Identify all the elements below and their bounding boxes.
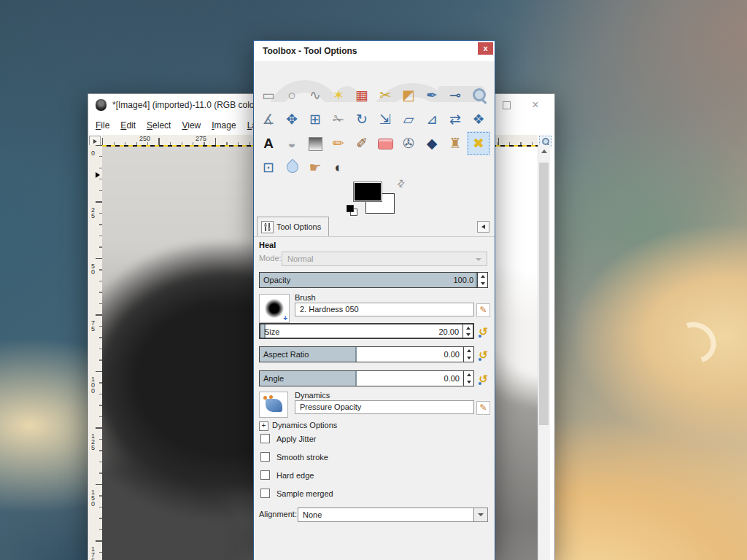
rotate-tool[interactable]: ↻ [350, 107, 374, 131]
perspective-clone-tool[interactable]: ⊡ [257, 155, 280, 179]
option-row-sample-merged: Sample merged [260, 489, 333, 498]
toolbox-close-button[interactable]: x [478, 42, 493, 55]
wilber-icon [96, 99, 107, 111]
dynamics-preview-button[interactable] [259, 392, 288, 418]
brush-label: Brush [295, 293, 316, 302]
v-ruler-label: 150 [91, 489, 97, 507]
checkbox-apply-jitter[interactable] [260, 434, 270, 443]
text-tool[interactable]: A [257, 131, 280, 155]
rectangle-select-tool[interactable]: ▭ [257, 83, 280, 107]
eraser-tool[interactable] [374, 131, 397, 155]
bucket-fill-tool[interactable]: ◒ [280, 131, 303, 155]
perspective-tool[interactable]: ⊿ [420, 107, 444, 131]
wallpaper-swirl [666, 315, 723, 370]
scrollbar-thumb[interactable] [539, 163, 549, 425]
angle-slider[interactable]: Angle 0.00 [259, 370, 474, 386]
chevron-down-icon [476, 258, 481, 261]
alignment-dropdown[interactable]: None [298, 508, 488, 522]
foreground-color-swatch[interactable] [353, 182, 382, 202]
menu-image[interactable]: Image [212, 116, 236, 135]
vertical-ruler[interactable]: 0255075100125150175 [89, 145, 102, 560]
brush-thumbnail [265, 299, 284, 318]
clone-tool[interactable]: ♜ [444, 131, 467, 155]
measure-tool[interactable]: ∡ [257, 107, 280, 131]
checkbox-label: Sample merged [276, 489, 333, 498]
dynamics-options-label[interactable]: Dynamics Options [272, 421, 337, 429]
ink-tool[interactable]: ◆ [420, 131, 444, 155]
handle-transform-tool[interactable]: ❖ [467, 107, 490, 131]
color-picker-tool[interactable]: ⊸ [444, 83, 467, 107]
dynamics-options-expander-icon[interactable]: + [259, 421, 268, 431]
reset-angle-icon[interactable]: ↺ [477, 373, 489, 385]
edit-dynamics-icon[interactable]: ✎ [476, 401, 490, 415]
edit-brush-icon[interactable]: ✎ [476, 303, 490, 317]
free-select-tool[interactable]: ∿ [303, 83, 327, 107]
fuzzy-select-tool[interactable]: ✶ [327, 83, 350, 107]
menu-select[interactable]: Select [147, 116, 171, 135]
crop-tool[interactable]: ✁ [327, 107, 350, 131]
tool-options-icon [261, 221, 274, 233]
ellipse-select-tool[interactable]: ○ [280, 83, 303, 107]
brush-name-field[interactable]: 2. Hardness 050 [295, 303, 474, 316]
brush-preview-button[interactable]: + [259, 294, 290, 323]
dodge-burn-tool[interactable]: ◐ [327, 155, 350, 179]
smudge-tool[interactable]: ☛ [303, 155, 327, 179]
opacity-spinner[interactable] [477, 273, 487, 287]
dock-menu-button[interactable] [477, 221, 489, 233]
default-colors-icon[interactable] [347, 205, 358, 217]
scale-tool[interactable]: ⇲ [374, 107, 397, 131]
checkbox-hard-edge[interactable] [260, 470, 270, 480]
pencil-tool[interactable]: ✏ [327, 131, 350, 155]
aspect-ratio-spinner[interactable] [463, 347, 473, 362]
tab-tool-options[interactable]: Tool Options [257, 217, 329, 236]
v-ruler-label: 75 [91, 320, 97, 332]
paintbrush-tool[interactable]: ✐ [350, 131, 374, 155]
chevron-down-icon[interactable] [473, 508, 487, 521]
scissors-select-tool[interactable]: ✂ [374, 83, 397, 107]
pointer-position-marker [96, 172, 100, 178]
v-ruler-label: 25 [91, 207, 97, 219]
close-button[interactable]: × [523, 94, 548, 116]
menu-view[interactable]: View [182, 116, 201, 135]
checkbox-smooth-stroke[interactable] [260, 452, 270, 462]
flip-tool[interactable]: ⇄ [444, 107, 467, 131]
checkbox-sample-merged[interactable] [260, 489, 270, 498]
plus-icon: + [283, 314, 287, 322]
menu-file[interactable]: File [96, 116, 109, 135]
mode-dropdown[interactable]: Normal [282, 252, 487, 266]
select-by-color-tool[interactable]: ▦ [350, 83, 374, 107]
heal-tool[interactable]: ✖ [467, 131, 490, 155]
color-area: ⇄ [349, 180, 419, 215]
dynamics-name-field[interactable]: Pressure Opacity [295, 400, 474, 414]
opacity-slider[interactable]: Opacity 100.0 [259, 272, 488, 288]
option-row-apply-jitter: Apply Jitter [260, 434, 333, 443]
gradient-tool[interactable] [303, 131, 327, 155]
option-row-hard-edge: Hard edge [260, 470, 333, 480]
checkbox-label: Hard edge [276, 471, 314, 480]
vertical-scrollbar[interactable] [538, 145, 550, 560]
airbrush-tool[interactable]: ✇ [397, 131, 420, 155]
size-spinner[interactable] [462, 324, 473, 338]
toolbox-window: Toolbox - Tool Options x ▭○∿✶▦✂◩✒⊸∡✥⊞✁↻⇲… [253, 40, 495, 560]
blur-sharpen-tool[interactable] [280, 155, 303, 179]
reset-size-icon[interactable]: ↺ [477, 325, 489, 338]
aspect-ratio-slider[interactable]: Aspect Ratio 0.00 [259, 346, 474, 362]
dynamics-label: Dynamics [295, 391, 330, 400]
checkbox-label: Apply Jitter [276, 435, 316, 443]
foreground-select-tool[interactable]: ◩ [397, 83, 420, 107]
reset-aspect-ratio-icon[interactable]: ↺ [477, 349, 489, 361]
v-ruler-label: 175 [91, 546, 97, 560]
size-slider[interactable]: Size 20.00 [259, 323, 474, 339]
toolbox-titlebar[interactable]: Toolbox - Tool Options x [254, 41, 495, 61]
shear-tool[interactable]: ▱ [397, 107, 420, 131]
alignment-tool[interactable]: ⊞ [303, 107, 327, 131]
menu-edit[interactable]: Edit [120, 116, 136, 135]
zoom-tool[interactable] [467, 83, 490, 107]
dynamics-icon [266, 399, 282, 412]
move-tool[interactable]: ✥ [280, 107, 303, 131]
maximize-button[interactable] [494, 94, 519, 116]
angle-spinner[interactable] [463, 371, 473, 386]
dock-tab-row: Tool Options [254, 217, 495, 237]
paths-tool[interactable]: ✒ [420, 83, 444, 107]
scrollbar-up-arrow-icon[interactable] [538, 145, 550, 157]
